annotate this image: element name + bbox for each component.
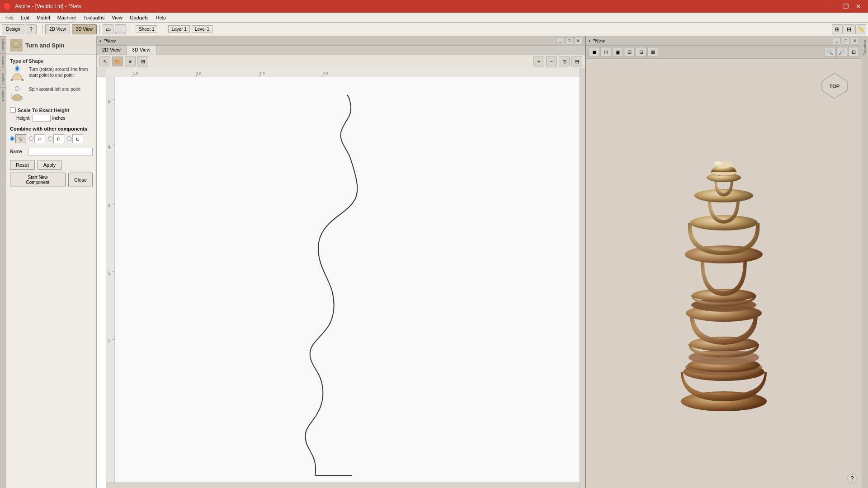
combine-replace[interactable]: ⊔ [67, 134, 83, 143]
svg-text:1.0: 1.0 [133, 71, 138, 75]
combine-btn-replace[interactable]: ⊔ [72, 134, 83, 143]
zoom-extents-btn[interactable]: ⊟ [571, 56, 582, 66]
view-3d-minimize[interactable]: _ [833, 37, 841, 44]
combine-radio-1[interactable] [10, 136, 14, 141]
name-input[interactable]: Component 2 [28, 148, 93, 155]
help-icon[interactable]: ? [26, 24, 37, 34]
3d-toggle2[interactable]: ⊠ [647, 47, 658, 57]
menu-edit[interactable]: Edit [17, 14, 33, 21]
tab-sheets[interactable]: Sheets [0, 53, 6, 70]
menu-toolpaths[interactable]: Toolpaths [80, 14, 108, 21]
minimize-button[interactable]: – [827, 2, 839, 11]
v-scrollbar[interactable] [580, 68, 585, 488]
combine-btn-intersect[interactable]: ∩ [34, 134, 45, 143]
reset-button[interactable]: Reset [10, 160, 35, 170]
view-3d-tab[interactable]: 3D View [72, 24, 97, 34]
tab-layers[interactable]: Layers [0, 70, 6, 87]
3d-points[interactable]: ⊡ [624, 47, 635, 57]
3d-solid[interactable]: ▣ [612, 47, 623, 57]
separator3 [129, 25, 129, 34]
combine-radio-4[interactable] [67, 136, 71, 141]
tab-2d[interactable]: 2D View [97, 46, 127, 55]
menu-help[interactable]: Help [152, 14, 170, 21]
combine-merge[interactable]: ⊓ [48, 134, 64, 143]
snap-icon[interactable]: ⊞ [832, 24, 843, 34]
layer-selector[interactable]: Layer 1 [168, 25, 189, 33]
3d-zoom-in[interactable]: 🔍 [825, 47, 835, 57]
view-2d-maximize[interactable]: □ [565, 37, 573, 44]
view-2d-close[interactable]: ✕ [574, 37, 582, 44]
menu-model[interactable]: Model [33, 14, 54, 21]
grid-tool[interactable]: ≡ [125, 56, 136, 66]
combine-btn-subtract[interactable]: ⊓ [53, 134, 64, 143]
layout-split[interactable]: ⬜⬜ [115, 24, 126, 34]
height-label: Height: [16, 116, 31, 121]
color-tool[interactable]: 🎨 [112, 56, 123, 66]
zoom-fit-btn[interactable]: + [533, 56, 544, 66]
3d-shaded[interactable]: ◼ [589, 47, 599, 57]
app-title: Aspire - [Vectric Ltd] - *New [15, 3, 81, 9]
combine-add[interactable]: ∪ [10, 134, 26, 143]
name-label: Name [10, 149, 26, 154]
tab-toolpaths-right[interactable]: Toolpaths [862, 36, 868, 59]
combine-radio-2[interactable] [29, 136, 33, 141]
menu-gadgets[interactable]: Gadgets [126, 14, 152, 21]
scale-label: Scale To Exact Height [18, 108, 69, 113]
height-input[interactable]: 1.0 [33, 115, 51, 122]
layout-single[interactable]: ▭ [103, 24, 113, 34]
view-3d-maximize[interactable]: □ [842, 37, 850, 44]
help-3d-icon[interactable]: ? [847, 474, 857, 483]
view-3d-controls[interactable]: _ □ ✕ [833, 37, 859, 44]
sheet-selector[interactable]: Sheet 1 [136, 25, 157, 33]
type-of-shape-label: Type of Shape [10, 58, 93, 64]
zoom-out-btn[interactable]: − [546, 56, 557, 66]
combine-radio-3[interactable] [48, 136, 52, 141]
3d-toggle[interactable]: ⊟ [636, 47, 646, 57]
grid-icon[interactable]: ⊟ [844, 24, 854, 34]
tool-panel-body: Type of Shape Turn (rotate) around line [6, 55, 96, 488]
tab-clipart[interactable]: Clipart [0, 87, 6, 103]
menu-file[interactable]: File [2, 14, 17, 21]
scale-checkbox-row[interactable]: Scale To Exact Height [10, 107, 93, 113]
3d-zoom-out[interactable]: 🔎 [836, 47, 847, 57]
view-3d-close[interactable]: ✕ [851, 37, 859, 44]
apply-button[interactable]: Apply [38, 160, 62, 170]
restore-button[interactable]: ❐ [840, 2, 852, 11]
close-button[interactable]: ✕ [853, 2, 864, 11]
3d-wireframe[interactable]: ◻ [600, 47, 611, 57]
shape-option-1[interactable]: Turn (rotate) around line from start poi… [10, 66, 93, 83]
svg-text:40: 40 [108, 145, 111, 149]
scale-checkbox[interactable] [10, 107, 16, 113]
3d-zoom-fit[interactable]: ⊡ [848, 47, 859, 57]
rulers-icon[interactable]: 📏 [855, 24, 866, 34]
tab-design[interactable]: Design [0, 36, 6, 53]
svg-text:4.0: 4.0 [323, 71, 328, 75]
shape-option-2[interactable]: Spin around left end point [10, 86, 93, 103]
vertical-tabs: Design Sheets Layers Clipart [0, 36, 6, 488]
menu-machine[interactable]: Machine [54, 14, 80, 21]
title-controls[interactable]: – ❐ ✕ [827, 2, 864, 11]
view-2d-tab[interactable]: 2D View [45, 24, 70, 34]
h-scrollbar[interactable] [106, 483, 580, 488]
level-selector[interactable]: Level 1 [192, 25, 212, 33]
combine-btn-union[interactable]: ∪ [15, 134, 26, 143]
radio-spin[interactable] [15, 86, 19, 91]
zoom-window-btn[interactable]: ⊡ [559, 56, 570, 66]
close-panel-button[interactable]: Close [68, 173, 93, 187]
button-row-1: Reset Apply [10, 160, 93, 170]
crosshatch-tool[interactable]: ⊞ [137, 56, 148, 66]
radio-turn[interactable] [15, 66, 19, 71]
view-2d-controls[interactable]: _ □ ✕ [556, 37, 582, 44]
svg-text:TOP: TOP [830, 84, 840, 89]
svg-point-44 [714, 161, 722, 165]
view-2d-minimize[interactable]: _ [556, 37, 564, 44]
combine-options: ∪ ∩ ⊓ ⊔ [10, 134, 93, 143]
select-tool[interactable]: ↖ [99, 56, 110, 66]
design-mode-btn[interactable]: Design [2, 24, 24, 34]
start-new-component-button[interactable]: Start New Component [10, 173, 66, 187]
menu-view[interactable]: View [108, 14, 126, 21]
tab-3d-view[interactable]: 3D View [127, 46, 156, 55]
combine-sub[interactable]: ∩ [29, 134, 45, 143]
drawing-canvas[interactable] [115, 77, 580, 483]
3d-viewport[interactable]: TOP [586, 59, 862, 488]
